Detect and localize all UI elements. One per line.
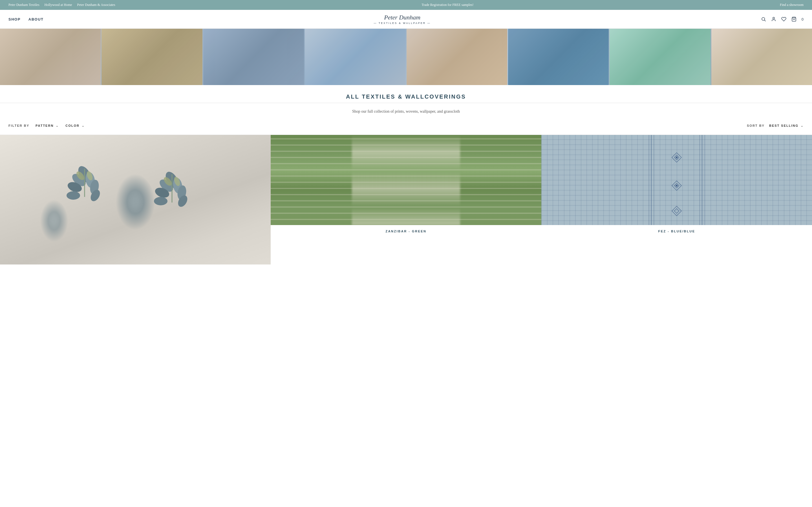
fabric-swatch-7 bbox=[610, 29, 710, 85]
nav-logo[interactable]: Peter Dunham — TEXTILES & WALLPAPER — bbox=[373, 14, 430, 24]
nav-left: SHOP ABOUT bbox=[8, 17, 44, 21]
product-image-container-1 bbox=[0, 135, 271, 265]
color-filter-label: COLOR bbox=[65, 124, 80, 127]
find-showroom-link[interactable]: Find a showroom bbox=[780, 3, 804, 7]
link-hollywood-at-home[interactable]: Hollywood at Home bbox=[45, 3, 72, 7]
top-banner: Peter Dunham Textiles Hollywood at Home … bbox=[0, 0, 812, 10]
sort-by-label: SORT BY bbox=[747, 124, 765, 127]
svg-line-1 bbox=[764, 20, 765, 21]
page-subtitle: Shop our full collection of prints, wove… bbox=[6, 109, 806, 114]
wishlist-icon[interactable] bbox=[781, 17, 786, 22]
fabric-swatch-3 bbox=[203, 29, 304, 85]
cart-count: 0 bbox=[802, 17, 804, 21]
main-nav: SHOP ABOUT Peter Dunham — TEXTILES & WAL… bbox=[0, 10, 812, 29]
pattern-filter-dropdown[interactable]: PATTERN ⌄ bbox=[35, 122, 59, 129]
product-name-2: ZANZIBAR - GREEN bbox=[383, 225, 429, 235]
svg-point-31 bbox=[676, 185, 677, 186]
product-card-1[interactable] bbox=[0, 135, 271, 265]
sort-chevron-icon: ⌄ bbox=[801, 124, 804, 127]
page-title: ALL TEXTILES & WALLCOVERINGS bbox=[6, 94, 806, 100]
nav-shop[interactable]: SHOP bbox=[8, 17, 20, 21]
link-peter-dunham-textiles[interactable]: Peter Dunham Textiles bbox=[8, 3, 40, 7]
fabric-swatch-4 bbox=[305, 29, 405, 85]
product-image-container-2 bbox=[271, 135, 541, 225]
filter-right: SORT BY BEST SELLING ⌄ bbox=[747, 124, 804, 127]
svg-point-0 bbox=[762, 17, 765, 20]
hero-banner bbox=[0, 29, 812, 85]
top-banner-links: Peter Dunham Textiles Hollywood at Home … bbox=[8, 3, 115, 7]
svg-point-7 bbox=[66, 191, 80, 200]
logo-text: Peter Dunham bbox=[373, 14, 430, 21]
fabric-swatch-1 bbox=[0, 29, 101, 85]
cart-icon[interactable] bbox=[792, 17, 797, 22]
product-card-2[interactable]: ZANZIBAR - GREEN bbox=[271, 135, 541, 235]
svg-rect-32 bbox=[672, 206, 681, 216]
svg-rect-33 bbox=[674, 209, 679, 214]
color-chevron-icon: ⌄ bbox=[82, 124, 85, 127]
svg-point-2 bbox=[773, 17, 774, 19]
fabric-swatch-5 bbox=[407, 29, 507, 85]
hero-fabric-mosaic bbox=[0, 29, 812, 85]
sort-dropdown[interactable]: BEST SELLING ⌄ bbox=[769, 124, 804, 127]
fabric-swatch-2 bbox=[101, 29, 202, 85]
account-icon[interactable] bbox=[771, 17, 776, 22]
product-name-3: FEZ - BLUE/BLUE bbox=[656, 225, 698, 235]
fabric-swatch-8 bbox=[711, 29, 812, 85]
sort-value: BEST SELLING bbox=[769, 124, 799, 127]
product-image-3 bbox=[541, 135, 812, 225]
svg-rect-27 bbox=[674, 155, 679, 160]
product-card-3[interactable]: FEZ - BLUE/BLUE bbox=[541, 135, 812, 235]
page-title-section: ALL TEXTILES & WALLCOVERINGS bbox=[0, 85, 812, 103]
svg-rect-26 bbox=[672, 153, 681, 162]
product-image-1 bbox=[0, 135, 271, 265]
filter-left: FILTER BY PATTERN ⌄ COLOR ⌄ bbox=[8, 122, 85, 129]
color-filter-dropdown[interactable]: COLOR ⌄ bbox=[65, 122, 85, 129]
product-image-container-3 bbox=[541, 135, 812, 225]
nav-about[interactable]: ABOUT bbox=[29, 17, 44, 21]
page-subtitle-section: Shop our full collection of prints, wove… bbox=[0, 103, 812, 117]
logo-sub: — TEXTILES & WALLPAPER — bbox=[373, 22, 430, 24]
link-peter-dunham-associates[interactable]: Peter Dunham & Associates bbox=[77, 3, 115, 7]
products-grid: ZANZIBAR - GREEN bbox=[0, 135, 812, 273]
svg-rect-30 bbox=[674, 183, 679, 188]
filter-by-label: FILTER BY bbox=[8, 124, 29, 127]
pattern-filter-label: PATTERN bbox=[36, 124, 54, 127]
search-icon[interactable] bbox=[761, 17, 766, 22]
svg-rect-29 bbox=[672, 181, 681, 190]
filter-bar: FILTER BY PATTERN ⌄ COLOR ⌄ SORT BY BEST… bbox=[0, 117, 812, 135]
fabric-swatch-6 bbox=[508, 29, 609, 85]
nav-right: 0 bbox=[761, 17, 804, 22]
top-banner-promo: Trade Registration for FREE samples! bbox=[421, 3, 473, 7]
svg-point-17 bbox=[154, 197, 167, 205]
svg-point-28 bbox=[676, 157, 677, 158]
product-image-2 bbox=[271, 135, 541, 225]
pattern-chevron-icon: ⌄ bbox=[56, 124, 59, 127]
